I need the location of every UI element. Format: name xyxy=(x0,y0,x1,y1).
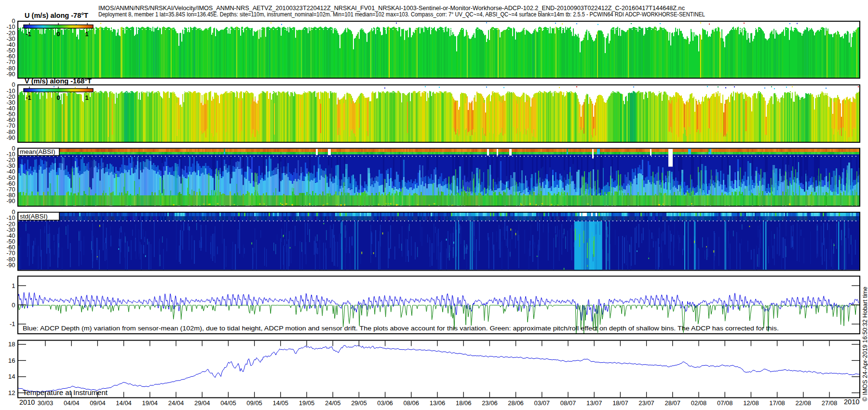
svg-text:2010: 2010 xyxy=(19,398,35,406)
svg-text:-90: -90 xyxy=(6,135,15,141)
svg-text:23/06: 23/06 xyxy=(482,399,498,407)
svg-text:2010: 2010 xyxy=(844,398,859,406)
svg-text:18: 18 xyxy=(8,341,15,348)
svg-text:13/06: 13/06 xyxy=(430,399,446,407)
svg-text:24/04: 24/04 xyxy=(168,399,184,407)
svg-text:09/05: 09/05 xyxy=(246,399,262,407)
svg-text:29/04: 29/04 xyxy=(194,399,210,407)
svg-text:08/07: 08/07 xyxy=(560,399,576,407)
svg-text:13/07: 13/07 xyxy=(586,399,602,407)
svg-text:02/08: 02/08 xyxy=(691,399,707,407)
svg-text:14/04: 14/04 xyxy=(116,399,132,407)
svg-text:14: 14 xyxy=(8,373,15,380)
svg-text:19/04: 19/04 xyxy=(142,399,158,407)
svg-text:-1: -1 xyxy=(26,94,31,101)
svg-text:28/06: 28/06 xyxy=(508,399,524,407)
svg-text:12: 12 xyxy=(8,389,15,396)
svg-text:08/06: 08/06 xyxy=(404,399,420,407)
svg-text:-90: -90 xyxy=(6,198,15,205)
svg-text:© IMOS 24-Apr-2019 16:50:32 Ho: © IMOS 24-Apr-2019 16:50:32 Hobart time xyxy=(862,287,868,401)
svg-text:03/07: 03/07 xyxy=(534,399,550,407)
svg-text:12/08: 12/08 xyxy=(743,399,759,407)
svg-text:Blue: ADCP Depth (m) variation: Blue: ADCP Depth (m) variation from sens… xyxy=(23,325,779,332)
svg-text:Deployment 8, member 1 lat=35.: Deployment 8, member 1 lat=35.84S lon=13… xyxy=(98,11,705,18)
svg-text:U (m/s) along -78°T: U (m/s) along -78°T xyxy=(25,12,88,19)
svg-text:22/08: 22/08 xyxy=(796,399,812,407)
svg-text:0: 0 xyxy=(56,30,60,38)
svg-text:1: 1 xyxy=(85,30,88,38)
svg-text:-1: -1 xyxy=(26,30,31,38)
svg-text:29/05: 29/05 xyxy=(351,399,367,407)
svg-text:0: 0 xyxy=(12,301,15,309)
svg-text:1: 1 xyxy=(85,94,88,101)
svg-text:14/05: 14/05 xyxy=(273,399,289,407)
svg-text:mean(ABSI): mean(ABSI) xyxy=(20,148,55,155)
svg-text:23/07: 23/07 xyxy=(638,399,654,407)
svg-text:-90: -90 xyxy=(6,262,15,269)
svg-text:04/05: 04/05 xyxy=(220,399,236,407)
svg-text:27/08: 27/08 xyxy=(822,399,838,407)
svg-text:16: 16 xyxy=(8,357,15,364)
svg-text:1: 1 xyxy=(12,282,15,289)
svg-text:-1: -1 xyxy=(10,320,15,328)
svg-text:09/04: 09/04 xyxy=(90,399,106,407)
svg-text:std(ABSI): std(ABSI) xyxy=(20,213,48,220)
svg-text:18/06: 18/06 xyxy=(456,399,472,407)
svg-text:07/08: 07/08 xyxy=(717,399,733,407)
svg-text:Temperature at Instrument: Temperature at Instrument xyxy=(23,388,108,396)
svg-text:0: 0 xyxy=(56,94,60,101)
svg-text:V (m/s) along -168°T: V (m/s) along -168°T xyxy=(25,77,92,85)
svg-text:19/05: 19/05 xyxy=(299,399,315,407)
svg-text:04/04: 04/04 xyxy=(64,399,80,407)
svg-text:18/07: 18/07 xyxy=(612,399,628,407)
svg-text:-90: -90 xyxy=(6,71,15,78)
svg-text:30/03: 30/03 xyxy=(38,399,54,407)
svg-text:24/05: 24/05 xyxy=(325,399,341,407)
svg-text:28/07: 28/07 xyxy=(665,399,681,407)
svg-text:03/06: 03/06 xyxy=(377,399,393,407)
svg-text:17/08: 17/08 xyxy=(769,399,785,407)
